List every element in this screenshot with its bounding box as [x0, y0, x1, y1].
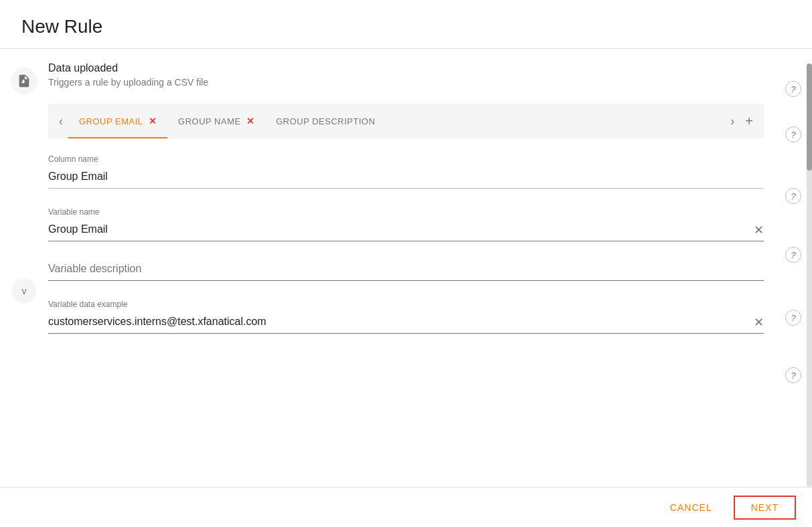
page-title: New Rule: [0, 0, 812, 48]
column-name-value: Group Email: [48, 168, 764, 189]
variable-data-example-label: Variable data example: [48, 300, 764, 309]
trigger-subtitle: Triggers a rule by uploading a CSV file: [48, 77, 764, 88]
cancel-button[interactable]: CANCEL: [659, 497, 723, 518]
next-button[interactable]: NEXT: [734, 496, 796, 520]
tab-group-description[interactable]: GROUP DESCRIPTION: [265, 104, 386, 138]
tabs-list: GROUP EMAIL ✕ GROUP NAME ✕ GROUP DESCRIP…: [68, 104, 725, 138]
tab-group-name-label: GROUP NAME: [178, 116, 241, 126]
column-name-label: Column name: [48, 154, 764, 164]
variable-name-field: Variable name ✕: [48, 207, 764, 241]
variable-name-help-icon[interactable]: ?: [785, 247, 801, 263]
page-container: New Rule v Data uploaded Triggers a rule…: [0, 0, 812, 527]
tab-group-email-close[interactable]: ✕: [149, 116, 157, 126]
tab-next-button[interactable]: ›: [725, 109, 740, 134]
tab-group-name[interactable]: GROUP NAME ✕: [167, 104, 265, 138]
variable-name-input[interactable]: [48, 221, 764, 241]
tab-prev-button[interactable]: ‹: [54, 109, 68, 134]
upload-icon: [11, 68, 37, 94]
variable-description-input[interactable]: [48, 260, 764, 281]
trigger-help-icon[interactable]: ?: [785, 81, 801, 97]
footer: CANCEL NEXT: [0, 487, 812, 527]
trigger-title: Data uploaded: [48, 62, 764, 74]
variable-description-field: [48, 260, 764, 281]
variable-data-example-field: Variable data example ✕: [48, 300, 764, 334]
scrollbar-thumb[interactable]: [807, 64, 812, 171]
content-area: Data uploaded Triggers a rule by uploadi…: [48, 49, 775, 487]
tabs-section: ‹ GROUP EMAIL ✕ GROUP NAME ✕ GROUP DESCR…: [48, 104, 764, 138]
variable-data-example-clear-button[interactable]: ✕: [754, 315, 764, 330]
variable-name-label: Variable name: [48, 207, 764, 217]
variable-data-example-help-icon[interactable]: ?: [785, 367, 801, 383]
left-icons-column: v: [0, 49, 48, 487]
variable-name-clear-button[interactable]: ✕: [754, 223, 764, 237]
variable-data-example-input[interactable]: [48, 313, 764, 334]
main-content: v Data uploaded Triggers a rule by uploa…: [0, 49, 812, 487]
variable-description-help-icon[interactable]: ?: [785, 310, 801, 326]
tab-group-name-close[interactable]: ✕: [246, 116, 255, 126]
variable-icon: v: [12, 279, 36, 303]
form-section: Column name Group Email Variable name ✕: [48, 154, 764, 347]
column-name-field: Column name Group Email: [48, 154, 764, 189]
column-name-help-icon[interactable]: ?: [785, 188, 801, 204]
tab-add-button[interactable]: +: [740, 108, 758, 134]
tabs-help-icon[interactable]: ?: [785, 126, 801, 142]
tab-group-description-label: GROUP DESCRIPTION: [276, 116, 375, 126]
tab-group-email[interactable]: GROUP EMAIL ✕: [68, 104, 167, 138]
trigger-header: Data uploaded Triggers a rule by uploadi…: [48, 62, 764, 88]
tab-group-email-label: GROUP EMAIL: [79, 116, 143, 126]
scrollbar-track[interactable]: [807, 64, 812, 487]
